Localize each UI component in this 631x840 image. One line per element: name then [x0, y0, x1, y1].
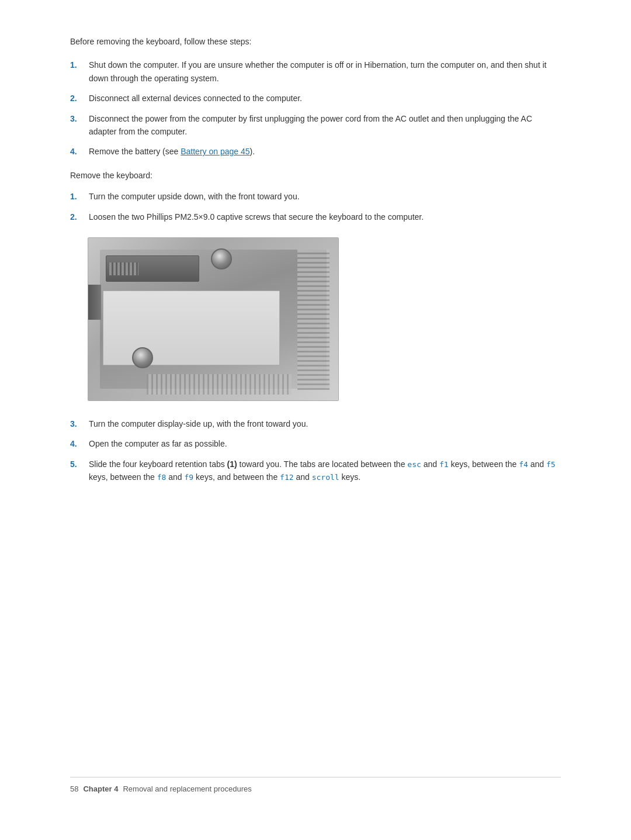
step-text-complex: Slide the four keyboard retention tabs (…	[89, 458, 561, 485]
key-f4: f4	[519, 460, 528, 469]
key-f8: f8	[157, 473, 167, 482]
step-text: Shut down the computer. If you are unsur…	[89, 58, 561, 85]
step-text: Disconnect the power from the computer b…	[89, 112, 561, 139]
step-text: Open the computer as far as possible.	[89, 437, 561, 450]
content-area: Before removing the keyboard, follow the…	[70, 35, 561, 777]
bold-1: (1)	[227, 459, 237, 469]
page-container: Before removing the keyboard, follow the…	[0, 0, 631, 840]
connector-left-graphic	[88, 285, 101, 320]
list-item: 2. Loosen the two Phillips PM2.5×9.0 cap…	[70, 210, 561, 223]
key-f12: f12	[280, 473, 293, 482]
keyboard-panel-graphic	[103, 291, 280, 365]
screw-top-graphic	[211, 248, 232, 269]
step-text: Disconnect all external devices connecte…	[89, 92, 561, 105]
bottom-vents-graphic	[147, 374, 292, 395]
vent-area-graphic	[297, 250, 330, 390]
step-number: 5.	[70, 458, 89, 485]
intro-text: Before removing the keyboard, follow the…	[70, 35, 561, 48]
step-number: 2.	[70, 210, 89, 223]
step-text-after: ).	[250, 147, 255, 156]
screw-bottom-graphic	[132, 347, 153, 368]
step-text-with-link: Remove the battery (see Battery on page …	[89, 145, 561, 158]
step-text: Turn the computer display-side up, with …	[89, 417, 561, 430]
footer-page-number: 58	[70, 784, 78, 793]
list-item: 4. Remove the battery (see Battery on pa…	[70, 145, 561, 158]
battery-link[interactable]: Battery on page 45	[181, 147, 249, 156]
step-number: 1.	[70, 190, 89, 203]
list-item: 1. Turn the computer upside down, with t…	[70, 190, 561, 203]
key-esc: esc	[407, 460, 421, 469]
laptop-illustration	[88, 238, 338, 400]
remove-steps-list-continued: 3. Turn the computer display-side up, wi…	[70, 417, 561, 484]
list-item: 3. Turn the computer display-side up, wi…	[70, 417, 561, 430]
keyboard-diagram-image	[88, 237, 339, 401]
step-number: 1.	[70, 58, 89, 85]
list-item: 2. Disconnect all external devices conne…	[70, 92, 561, 105]
footer-chapter-label: Chapter 4	[83, 784, 118, 793]
key-f1: f1	[439, 460, 449, 469]
key-scroll: scroll	[312, 473, 339, 482]
step-text: Turn the computer upside down, with the …	[89, 190, 561, 203]
page-footer: 58 Chapter 4 Removal and replacement pro…	[70, 777, 561, 793]
remove-steps-list: 1. Turn the computer upside down, with t…	[70, 190, 561, 223]
before-steps-list: 1. Shut down the computer. If you are un…	[70, 58, 561, 158]
step-text-before: Remove the battery (see	[89, 147, 181, 156]
footer-chapter-title: Removal and replacement procedures	[123, 784, 251, 793]
step-number: 4.	[70, 437, 89, 450]
key-f5: f5	[546, 460, 556, 469]
section-label: Remove the keyboard:	[70, 169, 561, 182]
step-number: 3.	[70, 417, 89, 430]
list-item: 4. Open the computer as far as possible.	[70, 437, 561, 450]
list-item: 3. Disconnect the power from the compute…	[70, 112, 561, 139]
step-number: 4.	[70, 145, 89, 158]
key-f9: f9	[185, 473, 194, 482]
step-number: 2.	[70, 92, 89, 105]
step-text: Loosen the two Phillips PM2.5×9.0 captiv…	[89, 210, 561, 223]
list-item: 1. Shut down the computer. If you are un…	[70, 58, 561, 85]
connector-strip-graphic	[109, 262, 138, 275]
list-item: 5. Slide the four keyboard retention tab…	[70, 458, 561, 485]
step-number: 3.	[70, 112, 89, 139]
